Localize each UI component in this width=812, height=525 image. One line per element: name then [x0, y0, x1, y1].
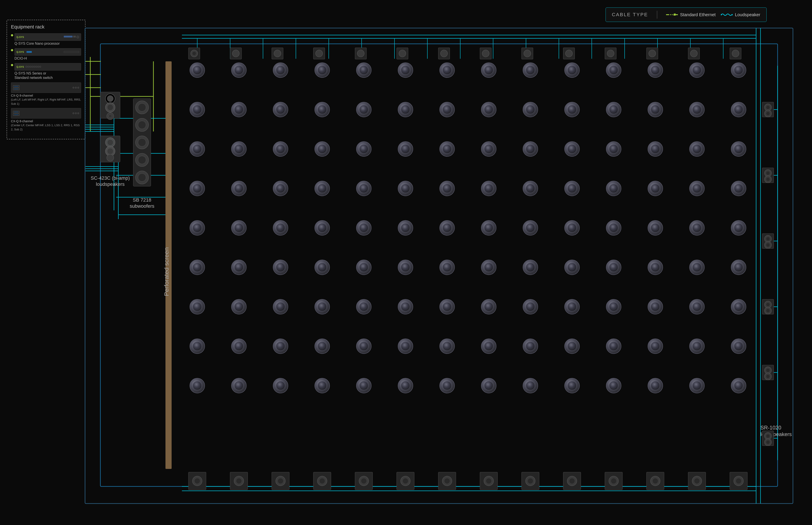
svg-point-110	[568, 66, 576, 75]
svg-point-330	[484, 381, 493, 390]
svg-point-268	[359, 302, 368, 311]
svg-point-437	[566, 50, 572, 57]
svg-point-360	[403, 478, 408, 484]
svg-point-118	[734, 66, 743, 75]
svg-point-144	[693, 105, 701, 114]
main-canvas: CABLE TYPE Standard Ethernet Loudspe	[0, 0, 812, 525]
svg-point-196	[609, 184, 618, 193]
svg-point-443	[690, 50, 697, 57]
svg-text:Perforated screen: Perforated screen	[163, 247, 170, 296]
svg-point-164	[526, 145, 535, 153]
svg-point-421	[232, 50, 239, 57]
svg-point-340	[693, 381, 701, 390]
svg-point-262	[235, 302, 243, 311]
svg-point-156	[359, 145, 368, 153]
svg-point-256	[693, 263, 701, 272]
svg-point-198	[651, 184, 660, 193]
floor-speaker-row	[189, 472, 747, 490]
svg-point-140	[609, 105, 618, 114]
svg-point-314	[734, 342, 743, 350]
svg-point-116	[693, 66, 701, 75]
svg-point-88	[138, 174, 146, 181]
svg-point-100	[359, 66, 368, 75]
svg-text:subwoofers: subwoofers	[130, 203, 154, 209]
svg-point-218	[484, 224, 493, 232]
svg-point-92	[193, 66, 201, 75]
svg-point-214	[401, 224, 410, 232]
svg-point-423	[274, 50, 281, 57]
svg-point-124	[276, 105, 285, 114]
svg-point-170	[651, 145, 660, 153]
svg-point-384	[736, 478, 741, 484]
svg-text:SR-1020: SR-1020	[761, 425, 781, 431]
svg-point-160	[443, 145, 451, 153]
svg-point-284	[693, 302, 701, 311]
svg-point-184	[359, 184, 368, 193]
svg-point-242	[401, 263, 410, 272]
svg-point-234	[235, 263, 243, 272]
svg-point-216	[443, 224, 451, 232]
svg-point-126	[318, 105, 327, 114]
svg-point-345	[195, 478, 200, 484]
svg-point-433	[482, 50, 489, 57]
svg-point-232	[193, 263, 201, 272]
svg-point-416	[766, 440, 770, 444]
svg-point-435	[524, 50, 531, 57]
svg-point-128	[359, 105, 368, 114]
svg-point-102	[401, 66, 410, 75]
svg-point-266	[318, 302, 327, 311]
ceiling-speaker-row6	[190, 260, 746, 275]
svg-point-240	[359, 263, 368, 272]
svg-point-152	[276, 145, 285, 153]
svg-point-69	[108, 115, 112, 118]
svg-point-204	[193, 224, 201, 232]
svg-point-292	[276, 342, 285, 350]
svg-point-431	[440, 50, 448, 57]
svg-point-192	[526, 184, 535, 193]
svg-point-210	[318, 224, 327, 232]
svg-point-230	[734, 224, 743, 232]
svg-point-220	[526, 224, 535, 232]
svg-point-419	[192, 52, 196, 55]
svg-point-378	[653, 478, 658, 484]
svg-point-322	[318, 381, 327, 390]
svg-point-366	[486, 478, 491, 484]
svg-point-274	[484, 302, 493, 311]
ceiling-speaker-row5	[190, 221, 746, 235]
svg-point-363	[445, 478, 450, 484]
svg-point-308	[609, 342, 618, 350]
svg-point-312	[693, 342, 701, 350]
svg-point-296	[359, 342, 368, 350]
svg-point-338	[651, 381, 660, 390]
svg-point-304	[526, 342, 535, 350]
svg-point-166	[568, 145, 576, 153]
svg-point-348	[236, 478, 241, 484]
svg-point-194	[568, 184, 576, 193]
svg-point-202	[734, 184, 743, 193]
svg-point-389	[766, 106, 770, 109]
svg-point-96	[276, 66, 285, 75]
svg-point-176	[193, 184, 201, 193]
svg-point-130	[401, 105, 410, 114]
svg-point-246	[484, 263, 493, 272]
svg-point-84	[138, 138, 146, 146]
svg-point-258	[734, 263, 743, 272]
theater-diagram: Perforated screen	[0, 0, 812, 525]
svg-point-172	[693, 145, 701, 153]
ceiling-speaker-row2	[190, 102, 746, 117]
svg-point-122	[235, 105, 243, 114]
svg-point-399	[766, 237, 770, 241]
svg-point-108	[526, 66, 535, 75]
ceiling-speaker-row4	[190, 181, 746, 196]
svg-point-254	[651, 263, 660, 272]
svg-point-326	[401, 381, 410, 390]
svg-point-74	[107, 148, 113, 154]
svg-point-120	[193, 105, 201, 114]
svg-point-236	[276, 263, 285, 272]
svg-point-158	[401, 145, 410, 153]
svg-point-228	[693, 224, 701, 232]
svg-point-318	[235, 381, 243, 390]
svg-point-429	[399, 50, 406, 57]
right-surround-speakers	[762, 102, 773, 446]
svg-point-238	[318, 263, 327, 272]
